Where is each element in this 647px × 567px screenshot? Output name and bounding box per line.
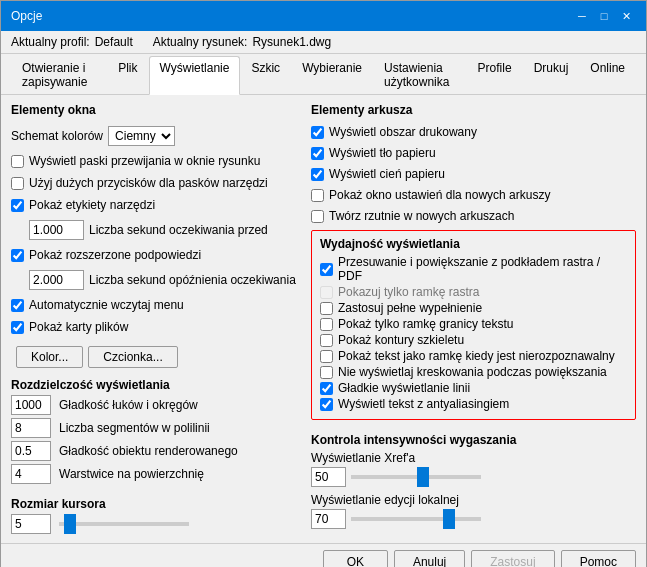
raster-frame-checkbox[interactable] xyxy=(320,286,333,299)
num1-label: Liczba sekund oczekiwania przed xyxy=(89,223,268,237)
tab-file[interactable]: Plik xyxy=(107,56,148,94)
tab-profiles[interactable]: Profile xyxy=(467,56,523,94)
skeleton-checkbox[interactable] xyxy=(320,334,333,347)
local-value[interactable] xyxy=(311,509,346,529)
files-label: Pokaż karty plików xyxy=(29,320,128,334)
smooth-lines-checkbox[interactable] xyxy=(320,382,333,395)
sc-paper-shadow: Wyświetl cień papieru xyxy=(311,167,636,181)
tooltips-label: Pokaż etykiety narzędzi xyxy=(29,198,155,212)
ok-button[interactable]: OK xyxy=(323,550,388,567)
close-button[interactable]: ✕ xyxy=(616,7,636,25)
xref-value[interactable] xyxy=(311,467,346,487)
local-row: Wyświetlanie edycji lokalnej xyxy=(311,493,636,529)
pan-zoom-checkbox[interactable] xyxy=(320,263,333,276)
font-button[interactable]: Czcionka... xyxy=(88,346,177,368)
res-label-0: Gładkość łuków i okręgów xyxy=(59,398,198,412)
apply-button[interactable]: Zastosuj xyxy=(471,550,554,567)
no-hatch-checkbox[interactable] xyxy=(320,366,333,379)
main-content: Elementy okna Schemat kolorów Ciemny Jas… xyxy=(1,95,646,543)
new-sheet-settings-checkbox[interactable] xyxy=(311,189,324,202)
automenu-checkbox[interactable] xyxy=(11,299,24,312)
num1-input[interactable]: 1.000 xyxy=(29,220,84,240)
bottom-bar: OK Anuluj Zastosuj Pomoc xyxy=(1,543,646,567)
local-slider[interactable] xyxy=(351,517,481,521)
extended-checkbox[interactable] xyxy=(11,249,24,262)
res-input-0[interactable] xyxy=(11,395,51,415)
new-viewports-checkbox[interactable] xyxy=(311,210,324,223)
cb-large-btns: Użyj dużych przycisków dla pasków narzęd… xyxy=(11,176,301,190)
xref-slider-row xyxy=(311,467,636,487)
profile-bar: Aktualny profil: Default Aktualny rysune… xyxy=(1,31,646,54)
res-label-2: Gładkość obiektu renderowanego xyxy=(59,444,238,458)
fill-checkbox[interactable] xyxy=(320,302,333,315)
res-input-2[interactable] xyxy=(11,441,51,461)
pc-smooth-lines: Gładkie wyświetlanie linii xyxy=(320,381,627,395)
title-bar-controls: ─ □ ✕ xyxy=(572,7,636,25)
color-scheme-select[interactable]: Ciemny Jasny xyxy=(108,126,175,146)
raster-frame-label: Pokazuj tylko ramkę rastra xyxy=(338,285,479,299)
pc-antialias: Wyświetl tekst z antyaliasingiem xyxy=(320,397,627,411)
cancel-button[interactable]: Anuluj xyxy=(394,550,465,567)
res-row-3: Warstwice na powierzchnię xyxy=(11,464,301,484)
local-slider-row xyxy=(311,509,636,529)
color-scheme-label: Schemat kolorów xyxy=(11,129,103,143)
print-area-checkbox[interactable] xyxy=(311,126,324,139)
text-frame-checkbox[interactable] xyxy=(320,318,333,331)
large-btns-checkbox[interactable] xyxy=(11,177,24,190)
res-row-1: Liczba segmentów w polilinii xyxy=(11,418,301,438)
profile-value: Default xyxy=(95,35,133,49)
cb-scroll: Wyświetl paski przewijania w oknie rysun… xyxy=(11,154,301,168)
paper-shadow-checkbox[interactable] xyxy=(311,168,324,181)
scroll-label: Wyświetl paski przewijania w oknie rysun… xyxy=(29,154,260,168)
xref-slider[interactable] xyxy=(351,475,481,479)
title-bar: Opcje ─ □ ✕ xyxy=(1,1,646,31)
tab-online[interactable]: Online xyxy=(579,56,636,94)
paper-shadow-label: Wyświetl cień papieru xyxy=(329,167,445,181)
buttons-row: Kolor... Czcionka... xyxy=(16,346,301,368)
res-input-1[interactable] xyxy=(11,418,51,438)
intensity-label: Kontrola intensywności wygaszania xyxy=(311,433,636,447)
cb-extended: Pokaż rozszerzone podpowiedzi xyxy=(11,248,301,262)
paper-bg-checkbox[interactable] xyxy=(311,147,324,160)
cursor-input[interactable] xyxy=(11,514,51,534)
pc-unrecognized-text: Pokaż tekst jako ramkę kiedy jest nieroz… xyxy=(320,349,627,363)
minimize-button[interactable]: ─ xyxy=(572,7,592,25)
smooth-lines-label: Gładkie wyświetlanie linii xyxy=(338,381,470,395)
num2-input[interactable]: 2.000 xyxy=(29,270,84,290)
help-button[interactable]: Pomoc xyxy=(561,550,636,567)
elements-label: Elementy okna xyxy=(11,103,301,117)
tab-save[interactable]: Otwieranie i zapisywanie xyxy=(11,56,107,94)
maximize-button[interactable]: □ xyxy=(594,7,614,25)
drawing-value: Rysunek1.dwg xyxy=(252,35,331,49)
files-checkbox[interactable] xyxy=(11,321,24,334)
color-scheme-row: Schemat kolorów Ciemny Jasny xyxy=(11,126,301,146)
current-profile: Aktualny profil: Default xyxy=(11,35,133,49)
print-area-label: Wyświetl obszar drukowany xyxy=(329,125,477,139)
res-input-3[interactable] xyxy=(11,464,51,484)
tooltips-checkbox[interactable] xyxy=(11,199,24,212)
pc-text-frame: Pokaż tylko ramkę granicy tekstu xyxy=(320,317,627,331)
res-label-1: Liczba segmentów w polilinii xyxy=(59,421,210,435)
fill-label: Zastosuj pełne wypełnienie xyxy=(338,301,482,315)
window-title: Opcje xyxy=(11,9,42,23)
pc-pan-zoom: Przesuwanie i powiększanie z podkładem r… xyxy=(320,255,627,283)
automenu-label: Automatycznie wczytaj menu xyxy=(29,298,184,312)
antialias-checkbox[interactable] xyxy=(320,398,333,411)
tab-display[interactable]: Wyświetlanie xyxy=(149,56,241,95)
no-hatch-label: Nie wyświetlaj kreskowania podczas powię… xyxy=(338,365,607,379)
cursor-slider[interactable] xyxy=(59,522,189,526)
res-label-3: Warstwice na powierzchnię xyxy=(59,467,204,481)
tab-user-settings[interactable]: Ustawienia użytkownika xyxy=(373,56,467,94)
drawing-label: Aktualny rysunek: xyxy=(153,35,248,49)
unrecognized-text-checkbox[interactable] xyxy=(320,350,333,363)
color-button[interactable]: Kolor... xyxy=(16,346,83,368)
tab-select[interactable]: Wybieranie xyxy=(291,56,373,94)
text-frame-label: Pokaż tylko ramkę granicy tekstu xyxy=(338,317,513,331)
tab-sketch[interactable]: Szkic xyxy=(240,56,291,94)
performance-section: Wydajność wyświetlania Przesuwanie i pow… xyxy=(311,230,636,420)
tab-print[interactable]: Drukuj xyxy=(523,56,580,94)
left-panel: Elementy okna Schemat kolorów Ciemny Jas… xyxy=(11,103,301,535)
num2-row: 2.000 Liczba sekund opóźnienia oczekiwan… xyxy=(29,270,301,290)
scroll-checkbox[interactable] xyxy=(11,155,24,168)
right-panel: Elementy arkusza Wyświetl obszar drukowa… xyxy=(311,103,636,535)
